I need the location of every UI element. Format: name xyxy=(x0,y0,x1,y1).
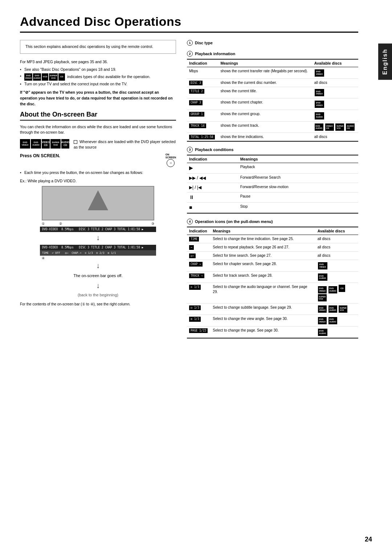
arrow-down-1: ↓ xyxy=(96,234,100,242)
ind-page: PAGE 1/15 xyxy=(187,326,211,338)
time-indicator: TIME xyxy=(189,237,199,242)
checkbox-icon xyxy=(74,140,77,144)
ind-subtitle: ⊡ 1/3 xyxy=(187,303,211,315)
mean-pause: Pause xyxy=(238,192,358,203)
ind-audio: ⊙ 1/3 xyxy=(187,283,211,303)
section-playback-info: 2 Playback information Indication Meanin… xyxy=(187,51,358,142)
section-body: You can check the information on discs w… xyxy=(20,124,176,136)
disc-badge-dvd-audio-2: DVDAUDIO xyxy=(315,123,323,131)
small-note: For the contents of the on-screen bar (①… xyxy=(20,301,176,307)
op-col-avail: Available discs xyxy=(315,227,358,235)
mean-slow: Forward/Reverse slow-motion xyxy=(238,183,358,192)
playback-conditions-table: Indication Meanings ▶ Playback ▶▶ / ◀◀ xyxy=(187,155,358,213)
group1-indicator: GROUP 1 xyxy=(189,112,204,117)
section4-heading: 4 Operation icons (on the pull-down menu… xyxy=(187,219,358,224)
disc-badge-dvd-video-2: DVDVIDEO xyxy=(315,89,324,96)
disc-badge-audio-cd: AUDIOCD xyxy=(346,123,355,131)
operation-icons-table: Indication Meanings Available discs TIME… xyxy=(187,227,358,338)
mean-audio: Select to change the audio language or c… xyxy=(211,283,315,303)
bullet-list: See also "Basic Disc Operations" on page… xyxy=(20,67,176,87)
section-playback-conditions: 3 Playback conditions Indication Meaning… xyxy=(187,147,358,213)
arrow-down-3: ↓ xyxy=(96,281,100,290)
table-row: ▶▶ / ◀◀ Forward/Reverse Search xyxy=(187,173,358,183)
on-screen-button[interactable]: ○ xyxy=(167,159,175,167)
db-cd: CD xyxy=(339,285,345,292)
ind-track14: TRACK 14 xyxy=(187,121,219,133)
osd-bar-2: DVD-VIDEO 8.5Mbps DISC 3 TITLE 2 CHAP 3 … xyxy=(40,245,156,250)
discs-subtitle: DVDVIDEO DVDAUDIO SUPERVCD xyxy=(315,303,358,315)
section3-heading: 3 Playback conditions xyxy=(187,147,358,153)
mean-subtitle: Select to change subtitle language. See … xyxy=(211,303,315,315)
ind-time-search: ◎→ xyxy=(187,252,211,260)
press-sub-item: Each time you press the button, the on-s… xyxy=(20,170,176,176)
angle-indicator: ⚙ 1/3 xyxy=(189,317,201,321)
section3-label: Playback conditions xyxy=(195,147,233,152)
discs-total: all discs xyxy=(312,133,358,142)
table-row: ⏸ Pause xyxy=(187,192,358,203)
chap-search-indicator: CHAP → xyxy=(189,262,203,267)
callout-2: ② xyxy=(59,222,62,226)
bullet-item-2: DVDVIDEO DVDAUDIO VCD SUPERVCD CD indica… xyxy=(20,73,176,81)
ind-group1: GROUP 1 xyxy=(187,110,219,121)
mean-chap-search: Select for chapter search. See page 28. xyxy=(211,260,315,272)
chap3-indicator: CHAP 3 xyxy=(189,100,203,105)
callout-1: ① xyxy=(42,222,45,226)
mean-play: Playback xyxy=(238,163,358,174)
disc-icons-row: DVDVIDEO DVDAUDIO VIDEOCD SUPERVCD AUDIO… xyxy=(20,139,176,150)
table-row: TOTAL 1:25:58 shows the time indications… xyxy=(187,133,358,142)
intro-text: This section explains advanced disc oper… xyxy=(25,44,153,49)
db-dvda-page: DVDAUDIO xyxy=(318,329,327,336)
press-heading-text: Press ON SCREEN. xyxy=(20,153,60,158)
discs-time: all discs xyxy=(315,235,358,243)
disc-badge-dvd-audio-ts: DVDAUDIO xyxy=(318,273,327,281)
ind-title2: TITLE 2 xyxy=(187,87,219,98)
disc-icons: DVDVIDEO DVDAUDIO VIDEOCD SUPERVCD AUDIO… xyxy=(20,139,69,149)
table-row: TIME Select to change the time indicatio… xyxy=(187,235,358,243)
table-row: ▶ Playback xyxy=(187,163,358,174)
table-row: TITLE 2 shows the current title. DVDVIDE… xyxy=(187,87,358,98)
for-mp3-text: For MP3 and JPEG playback, see pages 35 … xyxy=(20,60,176,64)
callout-4-row: ④ xyxy=(42,256,154,260)
db-dvdv: DVDVIDEO xyxy=(318,286,327,293)
mean-track14: shows the current track. xyxy=(219,121,312,133)
page-indicator: PAGE 1/15 xyxy=(189,328,208,333)
circle-4: 4 xyxy=(187,219,193,224)
table-row: TRACK → Select for track search. See pag… xyxy=(187,271,358,283)
osd-time-bar-text: TIME ↩ OFF ◎→ CHAP.➔ ⊙ 1/3 ⊡ 2/3 ⚙ 1/1 xyxy=(42,251,116,255)
language-tab: English xyxy=(378,44,392,80)
discs-page: DVDAUDIO xyxy=(315,326,358,338)
table-row: CHAP → Select for chapter search. See pa… xyxy=(187,260,358,272)
ind-time: TIME xyxy=(187,235,211,243)
ind-fwd-rev: ▶▶ / ◀◀ xyxy=(187,173,238,183)
circle-3: 3 xyxy=(187,147,193,153)
col-meanings: Meanings xyxy=(219,59,312,67)
discs-track-search: DVDAUDIO xyxy=(315,271,358,283)
discs-chap-search: DVDVIDEO xyxy=(315,260,358,272)
dv-icon: DVDVIDEO xyxy=(20,139,30,149)
db-svcd-sub: SUPERVCD xyxy=(339,305,347,313)
repeat-indicator: ↩ xyxy=(189,245,194,250)
ind-chap3: CHAP 3 xyxy=(187,98,219,110)
callout-4: ④ xyxy=(42,256,45,260)
discs-disc3: all discs xyxy=(312,78,358,87)
ind-mbps: Mbps xyxy=(187,67,219,79)
screen-off-text: The on-screen bar goes off. xyxy=(74,273,123,278)
screen-content xyxy=(42,187,154,220)
table-row: GROUP 1 shows the current group. DVDAUDI… xyxy=(187,110,358,121)
svcd-icon: SUPERVCD xyxy=(50,139,61,149)
table-row: Mbps shows the current transfer rate (Me… xyxy=(187,67,358,79)
disc-badge-dvd-video-3: DVDVIDEO xyxy=(315,101,324,108)
section-operation-icons: 4 Operation icons (on the pull-down menu… xyxy=(187,219,358,338)
mean-time-search: Select for time search. See page 27. xyxy=(211,252,315,260)
table-row: ⊙ 1/3 Select to change the audio languag… xyxy=(187,283,358,303)
section2-heading: 2 Playback information xyxy=(187,51,358,57)
back-text: (back to the beginning) xyxy=(78,293,118,297)
bold-warning: If "⊘" appears on the TV when you press … xyxy=(20,90,176,107)
callout-3: ③ xyxy=(151,222,154,226)
discs-mbps: DVDVIDEO xyxy=(312,67,358,79)
ind-pause: ⏸ xyxy=(187,192,238,203)
table-row: ↩ Select to repeat playback. See page 26… xyxy=(187,243,358,251)
table-row: DISC 3 shows the the current disc number… xyxy=(187,78,358,87)
mean-disc3: shows the the current disc number. xyxy=(219,78,312,87)
cond-col-indication: Indication xyxy=(187,155,238,163)
